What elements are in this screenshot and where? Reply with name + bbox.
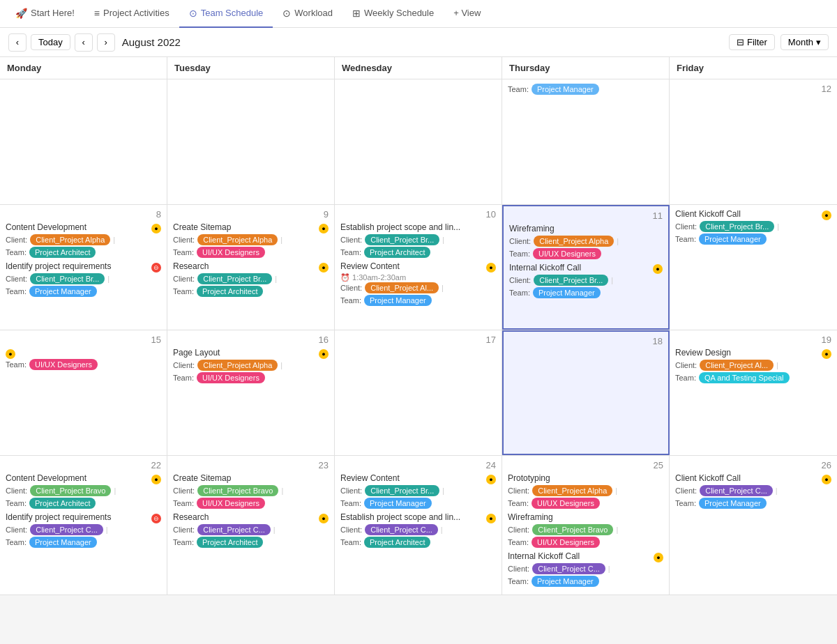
event-title: Identify project requirements xyxy=(6,512,111,522)
client-tag: Client_Project Br... xyxy=(30,273,105,284)
day-cell-w1-d2: 10Establish project scope and lin...Clie… xyxy=(335,205,502,330)
event-title: Review Design xyxy=(675,348,731,358)
list-icon: ≡ xyxy=(94,8,100,19)
event-title: Page Layout xyxy=(173,348,220,358)
event-block[interactable]: Internal Kickoff Call●Client:Client_Proj… xyxy=(509,263,663,298)
client-tag: Client_Project Al... xyxy=(700,360,774,371)
day-number-w2-d4: 19 xyxy=(675,335,831,348)
event-block[interactable]: Establish project scope and lin...●Clien… xyxy=(340,512,496,548)
team-tag: UI/UX Designers xyxy=(197,372,265,383)
day-cell-w1-d3: 11WireframingClient:Client_Project Alpha… xyxy=(502,205,670,330)
event-block[interactable]: Internal Kickoff Call●Client:Client_Proj… xyxy=(508,551,663,587)
day-number-w1-d0: 8 xyxy=(6,209,161,222)
header-friday: Friday xyxy=(670,57,837,79)
event-block[interactable]: Establish project scope and lin...Client… xyxy=(340,222,496,258)
event-block[interactable]: Identify project requirements⊖Client:Cli… xyxy=(6,261,161,297)
team-tag: UI/UX Designers xyxy=(197,247,265,258)
day-cell-w0-d0 xyxy=(0,79,167,204)
team-tag: Project Manager xyxy=(533,287,601,298)
header-tuesday: Tuesday xyxy=(167,57,335,79)
client-tag: Client_Project Br... xyxy=(365,234,439,245)
workload-icon: ⊙ xyxy=(282,8,291,19)
event-block[interactable]: Research●Client:Client_Project Br...|Tea… xyxy=(173,261,329,297)
event-block[interactable]: Create SitemapClient:Client_Project Brav… xyxy=(173,473,329,509)
filter-button[interactable]: ⊟ Filter xyxy=(729,34,775,50)
day-number-w2-d2: 17 xyxy=(340,335,496,348)
day-number-w2-d0: 15 xyxy=(6,335,161,348)
start-icon: 🚀 xyxy=(15,8,27,19)
week-row-1: 8Content Development●Client:Client_Proje… xyxy=(0,205,837,330)
team-tag: Project Manager xyxy=(364,295,432,306)
event-block[interactable]: WireframingClient:Client_Project Alpha|T… xyxy=(509,224,663,259)
client-tag: Client_Project Alpha xyxy=(532,485,612,496)
status-red-dot: ⊖ xyxy=(151,514,161,523)
team-tag: Project Manager xyxy=(531,576,599,587)
day-cell-w3-d0: 22Content Development●Client:Client_Proj… xyxy=(0,456,167,595)
status-yellow-dot: ● xyxy=(486,263,496,273)
event-block[interactable]: ●Team:UI/UX Designers xyxy=(6,348,161,370)
day-cell-w3-d2: 24Review Content●Client:Client_Project B… xyxy=(335,456,502,595)
client-tag: Client_Project Br... xyxy=(534,275,608,286)
status-yellow-dot: ● xyxy=(151,224,161,233)
team-tag: UI/UX Designers xyxy=(531,537,600,548)
day-number-w2-d3: 18 xyxy=(509,336,663,349)
team-tag: Project Manager xyxy=(699,498,767,509)
event-block[interactable]: Research●Client:Client_Project C...|Team… xyxy=(173,512,329,548)
event-block[interactable]: Identify project requirements⊖Client:Cli… xyxy=(6,512,161,548)
status-red-dot: ⊖ xyxy=(151,263,161,273)
event-block[interactable]: Content Development●Client:Client_Projec… xyxy=(6,222,161,258)
team-tag: Project Architect xyxy=(364,537,430,548)
event-block[interactable]: PrototypingClient:Client_Project Alpha|T… xyxy=(508,473,663,509)
tab-project-activities[interactable]: ≡ Project Activities xyxy=(84,0,179,28)
day-cell-w2-d0: 15●Team:UI/UX Designers xyxy=(0,330,167,455)
day-cell-w0-d2 xyxy=(335,79,502,204)
day-cell-w1-d4: Client Kickoff Call●Client:Client_Projec… xyxy=(670,205,837,330)
event-title: Content Development xyxy=(6,222,86,232)
status-yellow-dot: ● xyxy=(822,349,831,359)
event-title: Research xyxy=(173,261,209,271)
back-button[interactable]: ‹ xyxy=(75,33,93,52)
month-button[interactable]: Month ▾ xyxy=(781,34,829,50)
day-number-w3-d3: 25 xyxy=(508,460,663,473)
event-block[interactable]: Content Development●Client:Client_Projec… xyxy=(6,473,161,509)
week-row-3: 22Content Development●Client:Client_Proj… xyxy=(0,456,837,595)
status-yellow-dot: ● xyxy=(653,264,663,274)
status-yellow-dot: ● xyxy=(654,553,663,562)
tab-view[interactable]: + View xyxy=(444,0,490,28)
event-block[interactable]: Review Content●Client:Client_Project Br.… xyxy=(340,473,496,509)
event-title: Wireframing xyxy=(509,224,555,233)
day-number-w2-d1: 16 xyxy=(173,335,329,348)
day-number-w1-d2: 10 xyxy=(340,209,496,222)
status-yellow-dot: ● xyxy=(319,349,329,359)
event-block[interactable]: Client Kickoff Call●Client:Client_Projec… xyxy=(675,473,831,509)
prev-period-button[interactable]: ‹ xyxy=(8,33,27,52)
tab-start-here[interactable]: 🚀 Start Here! xyxy=(6,0,84,28)
tab-workload[interactable]: ⊙ Workload xyxy=(273,0,342,28)
event-title: Create Sitemap xyxy=(173,222,231,232)
event-title: Prototyping xyxy=(508,473,550,483)
status-yellow-dot: ● xyxy=(822,210,831,220)
day-cell-w0-d1 xyxy=(167,79,335,204)
event-time: ⏰ 1:30am-2:30am xyxy=(340,273,496,282)
event-title: Review Content xyxy=(340,261,400,271)
event-title: Establish project scope and lin... xyxy=(340,512,460,522)
day-cell-w2-d1: 16Page Layout●Client:Client_Project Alph… xyxy=(167,330,335,455)
event-block[interactable]: Review Design●Client:Client_Project Al..… xyxy=(675,348,831,383)
event-block[interactable]: Review Content●⏰ 1:30am-2:30amClient:Cli… xyxy=(340,261,496,306)
tab-weekly-schedule[interactable]: ⊞ Weekly Schedule xyxy=(342,0,444,28)
day-cell-w0-d4: 12 xyxy=(670,79,837,204)
team-tag: Project Architect xyxy=(364,247,430,258)
event-block[interactable]: Page Layout●Client:Client_Project Alpha|… xyxy=(173,348,329,383)
event-title: Content Development xyxy=(6,473,86,483)
day-cell-w2-d4: 19Review Design●Client:Client_Project Al… xyxy=(670,330,837,455)
event-block[interactable]: Create Sitemap●Client:Client_Project Alp… xyxy=(173,222,329,258)
client-tag: Client_Project C... xyxy=(197,524,271,535)
team-tag: UI/UX Designers xyxy=(531,498,600,509)
client-tag: Client_Project Al... xyxy=(365,282,439,293)
weekly-icon: ⊞ xyxy=(352,8,361,19)
event-block[interactable]: WireframingClient:Client_Project Bravo|T… xyxy=(508,512,663,548)
today-button[interactable]: Today xyxy=(31,34,70,50)
event-block[interactable]: Client Kickoff Call●Client:Client_Projec… xyxy=(675,209,831,245)
tab-team-schedule[interactable]: ⊙ Team Schedule xyxy=(179,0,273,28)
forward-button[interactable]: › xyxy=(97,33,115,52)
